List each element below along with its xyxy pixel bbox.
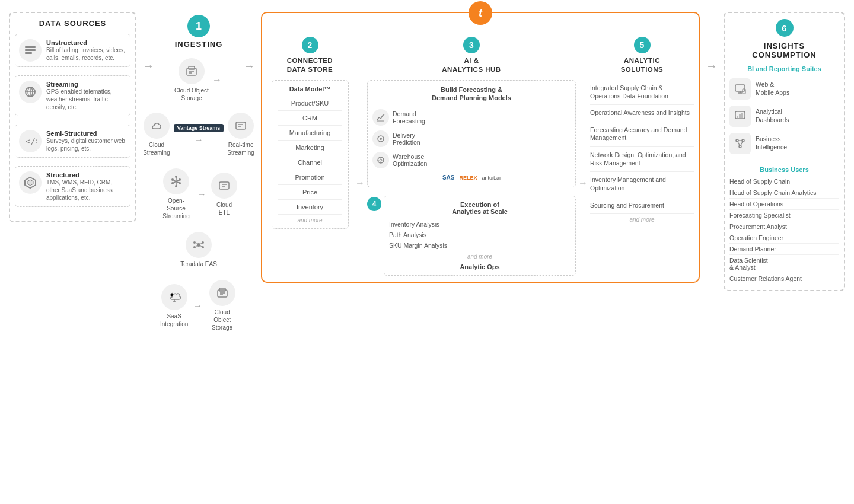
ai-analytics-col: 3 AI &ANALYTICS HUB Build Forecasting &D… [367, 19, 576, 276]
step-4-badge: 4 [367, 197, 381, 211]
svg-point-26 [179, 182, 181, 184]
cds-product-sku: Product/SKU [278, 96, 342, 111]
analytic-solutions-col: 5 ANALYTICSOLUTIONS Integrated Supply Ch… [590, 19, 694, 276]
bu-forecasting-specialist: Forecasting Specialist [729, 210, 839, 221]
svg-point-62 [742, 139, 744, 142]
bu-procurement-analyst: Procurement Analyst [729, 221, 839, 232]
svg-rect-1 [25, 49, 36, 51]
ingesting-panel: 1 INGESTING Cloud ObjectStorage → CloudS… [160, 12, 237, 343]
teradata-logo: t [469, 1, 492, 25]
cds-items-list: Data Model™ Product/SKU CRM Manufacturin… [272, 80, 349, 229]
business-users-title: Business Users [729, 166, 839, 173]
cos2-icon [209, 280, 235, 306]
arrow-as-insights: → [706, 12, 718, 73]
insights-panel: 6 INSIGHTSCONSUMPTION BI and Reporting S… [724, 12, 845, 291]
ds-item-semi-structured: </> Semi-Structured Surveys, digital cus… [15, 125, 130, 158]
svg-line-36 [196, 243, 197, 244]
svg-point-61 [736, 139, 738, 142]
model-delivery-prediction: DeliveryPrediction [372, 128, 571, 149]
web-mobile-icon [729, 78, 751, 100]
svg-point-25 [171, 182, 174, 184]
sas-logo: SAS [442, 174, 455, 181]
svg-point-24 [179, 178, 181, 181]
execution-title: Execution ofAnalytics at Scale [389, 201, 571, 215]
svg-point-22 [175, 176, 177, 178]
svg-rect-53 [735, 85, 745, 91]
bu-head-supply-chain-analytics: Head of Supply Chain Analytics [729, 187, 839, 199]
warehouse-opt-label: WarehouseOptimization [393, 153, 427, 167]
svg-point-33 [202, 241, 204, 244]
ds-unstructured-desc: Bill of lading, invoices, videos, calls,… [46, 46, 126, 62]
as-operational-awareness: Operational Awareness and Insights [590, 105, 694, 122]
cos1-icon [179, 58, 205, 84]
as-items-list: Integrated Supply Chain & Operations Dat… [590, 80, 694, 223]
svg-rect-58 [737, 116, 738, 118]
build-forecasting-box: Build Forecasting &Demand Planning Model… [367, 80, 576, 188]
cloud-etl-icon [211, 173, 237, 199]
exec-sku: SKU Margin Analysis [389, 240, 571, 251]
as-and-more: and more [590, 214, 694, 223]
model-warehouse-optimization: WarehouseOptimization [372, 149, 571, 171]
svg-rect-0 [25, 46, 36, 48]
cds-promotion: Promotion [278, 170, 342, 185]
arrow-ds-ingesting: → [142, 12, 154, 73]
as-network-design: Network Design, Optimization, and Risk M… [590, 147, 694, 172]
svg-line-37 [200, 243, 202, 244]
ingest-saas-row: SaaSIntegration → Cloud ObjectStorage [160, 280, 237, 331]
bi-reporting-title: BI and Reporting Suites [729, 65, 839, 72]
warehouse-optimization-icon [372, 152, 389, 168]
ds-semi-title: Semi-Structured [46, 130, 126, 137]
unstructured-icon [19, 39, 42, 62]
ingest-realtime-streaming: Real-timeStreaming [227, 113, 254, 157]
semi-structured-icon: </> [19, 130, 42, 152]
ingest-oss-row: Open-SourceStreaming → CloudETL [160, 168, 237, 220]
partner-logos: SAS RELEX antuit.ai [372, 171, 571, 182]
cloud-streaming-label: CloudStreaming [143, 141, 170, 157]
step-3-badge: 3 [463, 37, 480, 53]
ingest-streaming-row: CloudStreaming Vantage Streams → Real-ti… [143, 113, 254, 157]
exec-path: Path Analysis [389, 229, 571, 240]
svg-rect-60 [741, 113, 743, 118]
svg-point-34 [193, 246, 196, 248]
step-2-badge: 2 [302, 37, 318, 53]
svg-point-46 [380, 138, 382, 140]
cds-inventory: Inventory [278, 200, 342, 215]
svg-line-66 [741, 142, 743, 145]
analytical-dashboards-icon [729, 106, 751, 127]
ingest-teradata-eas: Teradata EAS [180, 232, 217, 268]
ingest-cos2: Cloud ObjectStorage [207, 280, 237, 331]
analytic-ops-label: Analytic Ops [389, 263, 571, 270]
as-title: ANALYTICSOLUTIONS [621, 56, 664, 74]
svg-point-48 [380, 159, 382, 161]
bi-business-intelligence: BusinessIntelligence [729, 130, 839, 157]
bu-head-operations: Head of Operations [729, 199, 839, 210]
business-intelligence-label: BusinessIntelligence [756, 135, 787, 151]
divider [729, 161, 839, 161]
cloud-etl-label: CloudETL [216, 201, 232, 216]
svg-point-63 [739, 145, 741, 148]
bu-customer-relations: Customer Relations Agent [729, 273, 839, 284]
svg-rect-2 [25, 52, 32, 54]
exec-and-more: and more [389, 251, 571, 260]
ds-structured-desc: TMS, WMS, RFID, CRM, other SaaS and busi… [46, 178, 126, 202]
ingest-cloud-etl: CloudETL [211, 173, 237, 216]
as-forecasting-accuracy: Forecasting Accuracy and Demand Manageme… [590, 122, 694, 147]
demand-forecasting-label: DemandForecasting [393, 110, 425, 125]
business-users-list: Head of Supply Chain Head of Supply Chai… [729, 176, 839, 284]
arrow-ingesting-cds: → [243, 12, 255, 73]
svg-point-23 [171, 178, 174, 181]
svg-point-35 [202, 246, 204, 248]
orange-box: t 2 CONNECTEDDATA STORE Data Model™ Prod… [261, 12, 700, 283]
vantage-badge: Vantage Streams [174, 124, 224, 132]
cos2-label: Cloud ObjectStorage [207, 308, 237, 331]
demand-forecasting-icon [372, 109, 389, 126]
realtime-streaming-icon [228, 113, 254, 139]
cloud-streaming-icon [144, 113, 170, 139]
step-5-badge: 5 [634, 37, 651, 53]
bu-data-scientist: Data Scientist& Analyst [729, 255, 839, 273]
svg-rect-14 [236, 122, 246, 129]
ds-item-streaming: Streaming GPS-enabled telematics, weathe… [15, 75, 130, 116]
insights-title: INSIGHTSCONSUMPTION [729, 42, 839, 59]
ds-streaming-desc: GPS-enabled telematics, weather streams,… [46, 88, 126, 111]
business-intelligence-icon [729, 133, 751, 154]
